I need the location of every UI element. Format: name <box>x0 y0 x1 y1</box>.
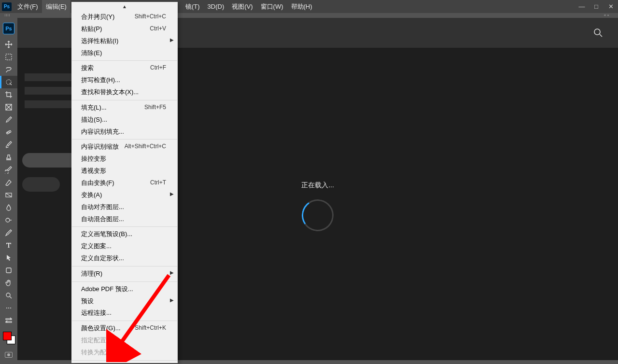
tools-panel: Ps <box>0 18 17 364</box>
menu-item[interactable]: 合并拷贝(Y)Shift+Ctrl+C <box>71 11 178 23</box>
submenu-arrow-icon: ▶ <box>170 191 174 198</box>
menu-item[interactable]: 内容识别填充... <box>71 126 178 138</box>
options-collapse-icon[interactable]: « × <box>604 13 609 17</box>
tool-path-select[interactable] <box>0 252 17 264</box>
tool-edit-toolbar-icon[interactable] <box>0 314 17 327</box>
menu-separator <box>72 281 177 282</box>
color-swatches[interactable] <box>3 332 14 345</box>
menu-edit[interactable]: 编辑(E) <box>42 0 70 13</box>
menu-item[interactable]: 颜色设置(G)...Shift+Ctrl+K <box>71 322 178 335</box>
tool-shape[interactable] <box>0 264 17 277</box>
menu-scroll-up-icon[interactable]: ▲ <box>71 3 178 11</box>
tool-more-icon[interactable] <box>0 302 17 314</box>
menu-item[interactable]: 变换(A)▶ <box>71 189 178 201</box>
menu-3d[interactable]: 3D(D) <box>204 0 228 13</box>
svg-point-4 <box>7 132 8 133</box>
tool-eyedropper[interactable] <box>0 113 17 126</box>
menu-filter-partial[interactable]: 镜(T) <box>182 0 204 13</box>
submenu-arrow-icon: ▶ <box>170 297 174 304</box>
tool-zoom[interactable] <box>0 289 17 302</box>
secondary-pill-button[interactable] <box>22 177 60 192</box>
menu-item[interactable]: 定义画笔预设(B)... <box>71 228 178 240</box>
menu-item[interactable]: 键盘快捷键...Alt+Shift+Ctrl+K <box>71 362 178 363</box>
tool-history-brush[interactable] <box>0 164 17 176</box>
tool-gradient[interactable] <box>0 189 17 201</box>
menu-item[interactable]: 拼写检查(H)... <box>71 74 178 86</box>
menu-item[interactable]: 查找和替换文本(X)... <box>71 86 178 98</box>
tool-frame[interactable] <box>0 101 17 113</box>
menu-item[interactable]: 清除(E) <box>71 47 178 59</box>
menu-item[interactable]: 操控变形 <box>71 153 178 165</box>
ps-home-icon[interactable]: Ps <box>3 23 14 34</box>
menu-item[interactable]: 粘贴(P)Ctrl+V <box>71 23 178 35</box>
menu-item[interactable]: 清理(R)▶ <box>71 268 178 280</box>
tool-brush[interactable] <box>0 139 17 151</box>
menu-item[interactable]: 透视变形 <box>71 165 178 177</box>
svg-point-9 <box>6 293 10 297</box>
svg-point-5 <box>9 132 9 132</box>
submenu-arrow-icon: ▶ <box>170 269 174 277</box>
tool-marquee[interactable] <box>0 51 17 63</box>
tool-crop[interactable] <box>0 88 17 101</box>
svg-rect-8 <box>6 268 11 273</box>
menu-help[interactable]: 帮助(H) <box>287 0 316 13</box>
svg-point-10 <box>6 308 7 308</box>
menu-item[interactable]: 搜索Ctrl+F <box>71 62 178 74</box>
svg-rect-0 <box>6 54 12 60</box>
menu-separator <box>72 266 177 266</box>
tool-pen[interactable] <box>0 226 17 239</box>
loading-spinner-icon <box>299 196 336 233</box>
tool-hand[interactable] <box>0 277 17 289</box>
menu-separator <box>72 139 177 140</box>
menu-item[interactable]: 内容识别缩放Alt+Shift+Ctrl+C <box>71 141 178 153</box>
menu-item: 指定配置文件... <box>71 335 178 347</box>
menu-item[interactable]: 填充(L)...Shift+F5 <box>71 102 178 114</box>
foreground-color-swatch[interactable] <box>3 332 12 340</box>
menu-separator <box>72 100 177 100</box>
svg-point-12 <box>10 308 11 308</box>
menu-item[interactable]: 定义图案... <box>71 240 178 252</box>
menu-item[interactable]: 自动混合图层... <box>71 213 178 225</box>
tool-lasso[interactable] <box>0 63 17 76</box>
menu-item[interactable]: Adobe PDF 预设... <box>71 283 178 295</box>
close-button[interactable]: ✕ <box>604 0 618 13</box>
edit-menu-dropdown: ▲ 合并拷贝(Y)Shift+Ctrl+C粘贴(P)Ctrl+V选择性粘贴(I)… <box>71 2 178 363</box>
menu-item[interactable]: 描边(S)... <box>71 114 178 126</box>
menu-item: 转换为配置文件(V)... <box>71 347 178 359</box>
ps-logo-icon: Ps <box>2 2 12 11</box>
tool-quick-select[interactable] <box>0 76 17 88</box>
menu-view[interactable]: 视图(V) <box>228 0 256 13</box>
svg-point-7 <box>6 218 10 222</box>
submenu-arrow-icon: ▶ <box>170 37 174 44</box>
menu-separator <box>72 60 177 61</box>
search-icon[interactable] <box>593 28 604 38</box>
tool-stamp[interactable] <box>0 151 17 164</box>
menu-item[interactable]: 预设▶ <box>71 295 178 308</box>
menu-separator <box>72 321 177 321</box>
tool-type[interactable] <box>0 239 17 252</box>
menu-item[interactable]: 定义自定形状... <box>71 252 178 265</box>
tool-dodge[interactable] <box>0 214 17 226</box>
menu-item[interactable]: 自动对齐图层... <box>71 201 178 213</box>
menu-item[interactable]: 选择性粘贴(I)▶ <box>71 35 178 47</box>
menu-separator <box>72 360 177 361</box>
svg-point-11 <box>8 308 9 308</box>
svg-point-15 <box>594 29 600 35</box>
loading-text: 正在载入... <box>301 181 334 190</box>
menu-window[interactable]: 窗口(W) <box>257 0 287 13</box>
menu-item[interactable]: 远程连接... <box>71 307 178 319</box>
quick-mask-icon[interactable] <box>5 352 13 358</box>
menu-item[interactable]: 自由变换(F)Ctrl+T <box>71 177 178 189</box>
menu-separator <box>72 226 177 227</box>
menu-file[interactable]: 文件(F) <box>14 0 42 13</box>
tool-blur[interactable] <box>0 201 17 214</box>
app-icon: Ps <box>0 0 14 13</box>
panel-grip-icon[interactable] <box>5 14 10 16</box>
tool-eraser[interactable] <box>0 176 17 189</box>
maximize-button[interactable]: □ <box>589 0 604 13</box>
window-controls: — □ ✕ <box>575 0 618 13</box>
tool-move[interactable] <box>0 38 17 51</box>
minimize-button[interactable]: — <box>575 0 589 13</box>
tool-heal[interactable] <box>0 126 17 139</box>
